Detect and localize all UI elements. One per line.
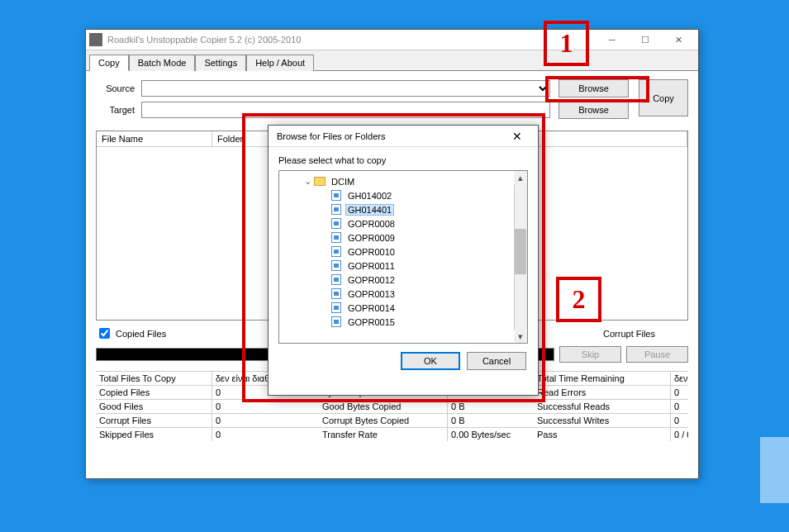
titlebar[interactable]: Roadkil's Unstoppable Copier 5.2 (c) 200…	[86, 30, 698, 50]
stat-corrupt-bytes-lbl: Corrupt Bytes Copied	[319, 413, 447, 427]
stat-skipped-files-lbl: Skipped Files	[96, 427, 212, 441]
stat-transfer-rate-val: 0.00 Bytes/sec	[447, 427, 534, 441]
skip-button[interactable]: Skip	[559, 346, 621, 363]
stat-skipped-files-val: 0	[212, 427, 319, 441]
annotation-browse-box	[545, 76, 649, 102]
stat-read-errors-val: 0	[670, 385, 688, 399]
tab-bar: Copy Batch Mode Settings Help / About	[86, 50, 698, 71]
copied-files-checkbox[interactable]	[99, 328, 110, 339]
pause-button[interactable]: Pause	[626, 346, 688, 363]
stat-read-errors-lbl: Read Errors	[534, 385, 670, 399]
source-label: Source	[96, 83, 141, 93]
stat-good-files-lbl: Good Files	[96, 399, 212, 413]
maximize-button[interactable]: ☐	[629, 31, 662, 49]
target-browse-button[interactable]: Browse	[558, 101, 629, 119]
source-input[interactable]	[141, 80, 550, 97]
copied-files-check[interactable]: Copied Files	[96, 325, 166, 341]
minimize-button[interactable]: ─	[596, 31, 629, 49]
stat-time-remain-lbl: Total Time Remaining	[534, 371, 670, 385]
stat-succ-writes-val: 0	[670, 413, 688, 427]
corrupt-files-check[interactable]: Corrupt Files	[620, 325, 655, 341]
stat-time-remain-val: δεν είναι διαθέσιμ	[670, 371, 688, 385]
stat-transfer-rate-lbl: Transfer Rate	[319, 427, 447, 441]
stat-corrupt-files-lbl: Corrupt Files	[96, 413, 212, 427]
stat-succ-reads-val: 0	[670, 399, 688, 413]
stat-copied-files-lbl: Copied Files	[96, 385, 212, 399]
tab-settings[interactable]: Settings	[195, 55, 246, 71]
col-filename[interactable]: File Name	[97, 131, 212, 146]
tab-help[interactable]: Help / About	[246, 55, 314, 71]
tab-batch[interactable]: Batch Mode	[129, 55, 196, 71]
stat-corrupt-bytes-val: 0 B	[447, 413, 534, 427]
annotation-dialog-box	[242, 113, 545, 402]
annotation-2: 2	[556, 277, 601, 322]
close-button[interactable]: ✕	[662, 31, 695, 49]
target-label: Target	[96, 105, 141, 115]
annotation-1: 1	[544, 21, 589, 66]
tab-copy[interactable]: Copy	[89, 55, 129, 71]
stat-succ-writes-lbl: Successful Writes	[534, 413, 670, 427]
copied-files-label: Copied Files	[116, 329, 166, 339]
stat-corrupt-files-val: 0	[212, 413, 319, 427]
stat-total-files-lbl: Total Files To Copy	[96, 371, 212, 385]
corrupt-files-label: Corrupt Files	[603, 329, 655, 339]
window-title: Roadkil's Unstoppable Copier 5.2 (c) 200…	[107, 35, 301, 45]
stat-succ-reads-lbl: Successful Reads	[534, 399, 670, 413]
stat-pass-lbl: Pass	[534, 427, 670, 441]
app-icon	[89, 33, 102, 46]
stat-pass-val: 0 / 0	[670, 427, 688, 441]
